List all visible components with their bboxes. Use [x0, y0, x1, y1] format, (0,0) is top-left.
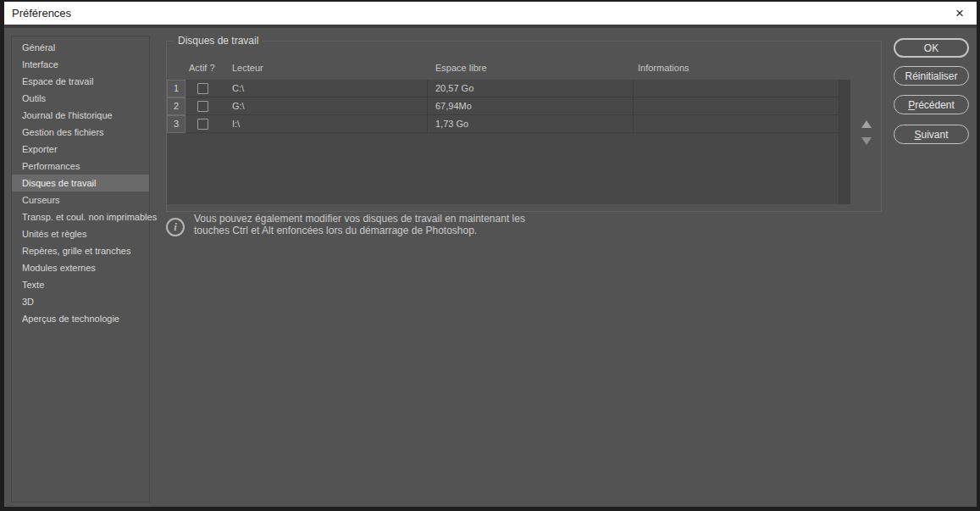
- sidebar-item-general[interactable]: Général: [12, 39, 149, 56]
- close-icon[interactable]: ×: [950, 4, 970, 22]
- drive-cell: C:\: [232, 83, 244, 93]
- move-up-icon[interactable]: [861, 120, 872, 128]
- active-checkbox[interactable]: [197, 101, 208, 112]
- reset-button[interactable]: Réinitialiser: [894, 66, 969, 86]
- sidebar-item-transparence[interactable]: Transp. et coul. non imprimables: [12, 208, 149, 225]
- drive-cell: G:\: [232, 101, 245, 111]
- titlebar: Préférences ×: [4, 2, 977, 25]
- column-separator: [427, 115, 428, 132]
- table-scrollbar[interactable]: [839, 80, 850, 204]
- row-number: 1: [167, 80, 185, 97]
- sidebar-item-exporter[interactable]: Exporter: [12, 141, 149, 158]
- previous-button-mnemonic: P: [908, 99, 915, 111]
- table-header: Actif ? Lecteur Espace libre Information…: [167, 63, 881, 75]
- move-down-icon[interactable]: [861, 137, 872, 145]
- column-header-free: Espace libre: [435, 63, 487, 73]
- drive-cell: I:\: [232, 119, 240, 129]
- free-space-cell: 1,73 Go: [435, 119, 468, 129]
- table-row[interactable]: 3 I:\ 1,73 Go: [167, 115, 839, 133]
- sidebar-item-texte[interactable]: Texte: [12, 276, 149, 293]
- next-button-label: uivant: [921, 129, 948, 141]
- row-number: 2: [167, 97, 185, 115]
- sidebar-item-espace-de-travail[interactable]: Espace de travail: [12, 73, 149, 90]
- ok-button[interactable]: OK: [894, 38, 969, 58]
- next-button[interactable]: Suivant: [894, 125, 969, 144]
- sidebar-item-disques-de-travail[interactable]: Disques de travail: [12, 175, 149, 192]
- previous-button[interactable]: Précédent: [894, 95, 969, 114]
- sidebar-item-reperes-grille[interactable]: Repères, grille et tranches: [12, 242, 149, 259]
- column-separator: [633, 80, 634, 97]
- free-space-cell: 67,94Mo: [435, 101, 472, 111]
- info-icon: i: [166, 218, 185, 236]
- sidebar-item-unites-regles[interactable]: Unités et règles: [12, 225, 149, 242]
- preferences-sidebar: Général Interface Espace de travail Outi…: [11, 36, 150, 503]
- scratch-disks-table: 1 C:\ 20,57 Go 2 G:\ 67,94Mo 3 I:\: [167, 80, 850, 204]
- sidebar-item-curseurs[interactable]: Curseurs: [12, 192, 149, 208]
- titlebar-shadow: [4, 25, 977, 28]
- active-checkbox[interactable]: [197, 83, 208, 94]
- column-header-drive: Lecteur: [232, 63, 263, 73]
- groupbox-legend: Disques de travail: [174, 35, 263, 47]
- note-line-1: Vous pouvez également modifier vos disqu…: [194, 214, 558, 225]
- reset-button-label: Réinitialiser: [905, 70, 957, 82]
- column-separator: [427, 80, 428, 97]
- sidebar-item-gestion-fichiers[interactable]: Gestion des fichiers: [12, 124, 149, 141]
- sidebar-item-apercus-technologie[interactable]: Aperçus de technologie: [12, 310, 149, 327]
- preferences-dialog: Préférences × Général Interface Espace d…: [4, 2, 977, 507]
- sidebar-item-interface[interactable]: Interface: [12, 56, 149, 73]
- note-text: Vous pouvez également modifier vos disqu…: [194, 214, 558, 236]
- window-title: Préférences: [4, 7, 71, 19]
- scratch-disks-groupbox: Disques de travail Actif ? Lecteur Espac…: [166, 41, 882, 212]
- sidebar-item-modules-externes[interactable]: Modules externes: [12, 259, 149, 276]
- column-header-info: Informations: [638, 63, 689, 73]
- sidebar-item-performances[interactable]: Performances: [12, 158, 149, 175]
- sidebar-item-outils[interactable]: Outils: [12, 90, 149, 107]
- sidebar-item-journal-historique[interactable]: Journal de l'historique: [12, 107, 149, 124]
- column-separator: [427, 97, 428, 114]
- sidebar-item-3d[interactable]: 3D: [12, 293, 149, 310]
- table-row[interactable]: 1 C:\ 20,57 Go: [167, 80, 839, 97]
- previous-button-label: récédent: [915, 99, 955, 111]
- table-row[interactable]: 2 G:\ 67,94Mo: [167, 97, 839, 115]
- ok-button-label: OK: [924, 42, 938, 54]
- column-separator: [633, 115, 634, 132]
- column-separator: [633, 97, 634, 114]
- column-header-active: Actif ?: [189, 63, 215, 73]
- note-line-2: touches Ctrl et Alt enfoncées lors du dé…: [194, 225, 558, 237]
- free-space-cell: 20,57 Go: [435, 83, 473, 93]
- active-checkbox[interactable]: [197, 119, 208, 130]
- row-number: 3: [167, 115, 185, 133]
